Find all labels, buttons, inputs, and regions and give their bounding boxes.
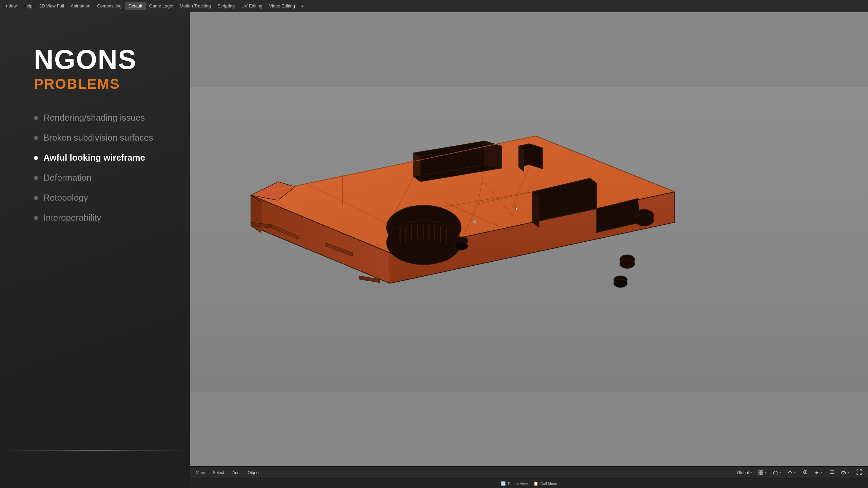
bullet-item-subdivision: Broken subdivision surfaces bbox=[34, 133, 170, 143]
pivot-icon-btn[interactable]: ▼ bbox=[812, 469, 825, 476]
status-rotate-label: Rotate View bbox=[508, 482, 528, 486]
overlay-icon-btn[interactable]: ▼ bbox=[839, 469, 852, 476]
menu-item-motiontracking[interactable]: Motion Tracking bbox=[176, 2, 214, 10]
svg-point-30 bbox=[635, 214, 654, 226]
svg-marker-27 bbox=[532, 192, 539, 227]
bullet-list: Rendering/shading issues Broken subdivis… bbox=[34, 113, 170, 223]
menu-item-scripting[interactable]: Scripting bbox=[214, 2, 238, 10]
status-callmenu-label: Call Menu bbox=[540, 482, 557, 486]
proportional-icon bbox=[803, 470, 808, 474]
transform-icon bbox=[788, 470, 792, 475]
bullet-dot-subdivision bbox=[34, 136, 38, 140]
svg-point-75 bbox=[789, 471, 791, 474]
svg-marker-4 bbox=[251, 195, 261, 232]
viewport-toolbar: View Select Add Object Global ▼ ▼ bbox=[190, 466, 868, 479]
menu-item-compositing[interactable]: Compositing bbox=[94, 2, 125, 10]
proportional-icon-btn[interactable] bbox=[800, 469, 810, 476]
transform-icon-btn[interactable]: ▼ bbox=[786, 469, 798, 476]
global-label: Global bbox=[737, 470, 749, 475]
menu-item-3dviewfull[interactable]: 3D View Full bbox=[36, 2, 67, 10]
menu-item-gamelogic[interactable]: Game Logic bbox=[146, 2, 176, 10]
bottom-shine bbox=[0, 450, 190, 451]
svg-point-45 bbox=[614, 279, 627, 287]
bullet-text-retopology: Retopology bbox=[43, 192, 88, 203]
toolbar-right: Global ▼ ▼ bbox=[735, 468, 865, 477]
menu-item-plus[interactable]: + bbox=[298, 2, 307, 10]
main-area: NGONS PROBLEMS Rendering/shading issues … bbox=[0, 12, 868, 488]
chevron-down-grid: ▼ bbox=[764, 471, 767, 474]
menu-item-videoediting[interactable]: Video Editing bbox=[266, 2, 298, 10]
status-rotate-view: 🔄 Rotate View bbox=[501, 481, 528, 486]
bullet-dot-retopology bbox=[34, 196, 38, 200]
bullet-text-subdivision: Broken subdivision surfaces bbox=[43, 133, 153, 143]
3d-object-svg bbox=[190, 12, 868, 466]
bullet-text-rendering: Rendering/shading issues bbox=[43, 113, 145, 123]
select-button[interactable]: Select bbox=[210, 469, 227, 476]
menu-item-animation[interactable]: Animation bbox=[67, 2, 94, 10]
menu-item-default[interactable]: Default bbox=[125, 2, 146, 10]
magnet-icon bbox=[773, 470, 778, 475]
grid-icon-btn[interactable]: ▼ bbox=[756, 469, 769, 476]
svg-marker-11 bbox=[519, 146, 524, 171]
bullet-dot-rendering bbox=[34, 116, 38, 120]
svg-rect-69 bbox=[759, 473, 761, 475]
chevron-down-overlay: ▼ bbox=[847, 471, 850, 474]
bullet-item-retopology: Retopology bbox=[34, 192, 170, 203]
svg-marker-12 bbox=[529, 144, 542, 169]
menu-item-window[interactable]: ndow bbox=[3, 2, 20, 10]
svg-point-14 bbox=[387, 221, 461, 265]
title-ngons: NGONS bbox=[34, 46, 170, 73]
menu-item-uvediting[interactable]: UV Editing bbox=[238, 2, 265, 10]
global-dropdown[interactable]: Global ▼ bbox=[735, 469, 755, 476]
fullscreen-icon-btn[interactable] bbox=[854, 468, 865, 477]
bullet-dot-wireframe bbox=[34, 156, 38, 160]
svg-point-38 bbox=[620, 259, 635, 268]
svg-point-25 bbox=[454, 242, 468, 250]
chevron-down-snap: ▼ bbox=[779, 471, 782, 474]
bullet-text-wireframe: Awful looking wireframe bbox=[43, 152, 145, 163]
bullet-text-deformation: Deformation bbox=[43, 172, 92, 183]
object-button[interactable]: Object bbox=[245, 469, 262, 476]
bullet-dot-deformation bbox=[34, 176, 38, 180]
svg-rect-70 bbox=[761, 473, 763, 475]
snap-icon-btn[interactable]: ▼ bbox=[771, 469, 784, 476]
status-call-menu: 📋 Call Menu bbox=[533, 481, 557, 486]
pivot-icon bbox=[814, 470, 819, 475]
chevron-down-transform: ▼ bbox=[793, 471, 796, 474]
bullet-item-wireframe: Awful looking wireframe bbox=[34, 152, 170, 163]
bullet-item-rendering: Rendering/shading issues bbox=[34, 113, 170, 123]
viewport-content[interactable] bbox=[190, 12, 868, 466]
svg-rect-67 bbox=[759, 471, 761, 472]
callmenu-icon: 📋 bbox=[533, 481, 538, 486]
fullscreen-icon bbox=[856, 469, 862, 475]
viewport-panel[interactable]: View Select Add Object Global ▼ ▼ bbox=[190, 12, 868, 488]
rotate-icon: 🔄 bbox=[501, 481, 506, 486]
svg-point-81 bbox=[805, 471, 806, 473]
subtitle-problems: PROBLEMS bbox=[34, 76, 170, 92]
bullet-dot-interoperability bbox=[34, 216, 38, 220]
bullet-text-interoperability: Interoperability bbox=[43, 212, 101, 223]
bullet-item-interoperability: Interoperability bbox=[34, 212, 170, 223]
scene-select-icon bbox=[830, 470, 834, 474]
svg-rect-68 bbox=[761, 471, 763, 472]
bullet-item-deformation: Deformation bbox=[34, 172, 170, 183]
svg-point-60 bbox=[473, 220, 476, 223]
menu-item-help[interactable]: Help bbox=[20, 2, 36, 10]
grid-icon bbox=[758, 470, 763, 475]
scene-select-btn[interactable] bbox=[827, 469, 837, 476]
chevron-down-pivot: ▼ bbox=[820, 471, 823, 474]
overlay-icon bbox=[841, 470, 846, 475]
add-button[interactable]: Add bbox=[230, 469, 242, 476]
status-bar: 🔄 Rotate View 📋 Call Menu bbox=[190, 479, 868, 488]
view-button[interactable]: View bbox=[193, 469, 208, 476]
left-panel: NGONS PROBLEMS Rendering/shading issues … bbox=[0, 12, 190, 488]
menu-bar: ndow Help 3D View Full Animation Composi… bbox=[0, 0, 868, 12]
chevron-down-icon: ▼ bbox=[750, 471, 752, 474]
